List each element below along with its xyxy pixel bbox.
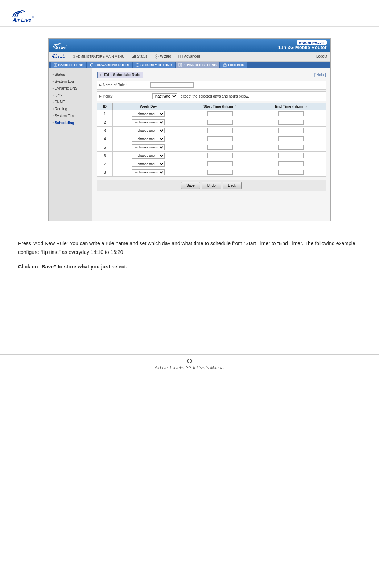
router-logo-icon: Air Live ® xyxy=(53,41,69,49)
table-row: 7-- choose one --MondayTuesdayWednesdayT… xyxy=(97,160,326,168)
table-row: 3-- choose one --MondayTuesdayWednesdayT… xyxy=(97,127,326,135)
nav-logout[interactable]: Logout xyxy=(316,54,327,58)
end-time-input-8[interactable] xyxy=(278,170,304,175)
row-weekday-6[interactable]: -- choose one --MondayTuesdayWednesdayTh… xyxy=(113,152,184,160)
router-ui: Air Live ® www.airlive.com 11n 3G Mobile… xyxy=(48,38,331,221)
end-time-input-5[interactable] xyxy=(278,145,304,150)
row-weekday-4[interactable]: -- choose one --MondayTuesdayWednesdayTh… xyxy=(113,135,184,143)
weekday-select-6[interactable]: -- choose one --MondayTuesdayWednesdayTh… xyxy=(132,153,165,159)
row-end-1[interactable] xyxy=(256,110,326,118)
basic-setting-icon xyxy=(54,63,57,67)
start-time-input-3[interactable] xyxy=(207,128,233,133)
start-time-input-6[interactable] xyxy=(207,153,233,158)
row-id-3: 3 xyxy=(97,127,113,135)
row-start-8[interactable] xyxy=(184,168,256,177)
row-weekday-7[interactable]: -- choose one --MondayTuesdayWednesdayTh… xyxy=(113,160,184,168)
row-end-3[interactable] xyxy=(256,127,326,135)
svg-rect-6 xyxy=(132,57,133,58)
sidebar-item-snmp[interactable]: SNMP xyxy=(49,99,92,106)
tab-toolbox[interactable]: TOOLBOX xyxy=(220,62,247,68)
row-id-1: 1 xyxy=(97,110,113,118)
end-time-input-1[interactable] xyxy=(278,111,304,116)
row-end-4[interactable] xyxy=(256,135,326,143)
weekday-select-3[interactable]: -- choose one --MondayTuesdayWednesdayTh… xyxy=(132,128,165,133)
sidebar-item-qos[interactable]: QoS xyxy=(49,92,92,99)
row-start-5[interactable] xyxy=(184,143,256,152)
row-start-2[interactable] xyxy=(184,118,256,127)
weekday-select-8[interactable]: -- choose one --MondayTuesdayWednesdayTh… xyxy=(132,169,165,175)
sidebar-item-dynamic-dns[interactable]: Dynamic DNS xyxy=(49,85,92,92)
svg-rect-19 xyxy=(223,65,226,66)
row-weekday-5[interactable]: -- choose one --MondayTuesdayWednesdayTh… xyxy=(113,143,184,152)
tab-basic-setting[interactable]: BASIC SETTING xyxy=(51,62,87,68)
start-time-input-2[interactable] xyxy=(207,120,233,125)
row-id-4: 4 xyxy=(97,135,113,143)
name-of-rule-input[interactable] xyxy=(150,82,194,88)
svg-text:®: ® xyxy=(63,54,64,57)
row-id-2: 2 xyxy=(97,118,113,127)
end-time-input-3[interactable] xyxy=(278,128,304,133)
row-end-6[interactable] xyxy=(256,152,326,160)
row-start-3[interactable] xyxy=(184,127,256,135)
row-weekday-8[interactable]: -- choose one --MondayTuesdayWednesdayTh… xyxy=(113,168,184,177)
save-button[interactable]: Save xyxy=(181,182,200,189)
svg-rect-17 xyxy=(179,63,180,66)
svg-rect-12 xyxy=(181,55,182,58)
advanced-icon xyxy=(178,54,183,59)
sidebar-item-system-time[interactable]: System Time xyxy=(49,112,92,119)
start-time-input-7[interactable] xyxy=(207,161,233,166)
row-weekday-1[interactable]: -- choose one --MondayTuesdayWednesdayTh… xyxy=(113,110,184,118)
svg-text:Air Live: Air Live xyxy=(53,46,66,49)
undo-button[interactable]: Undo xyxy=(202,182,221,189)
nav-advanced[interactable]: Advanced xyxy=(178,54,200,59)
weekday-select-1[interactable]: -- choose one --MondayTuesdayWednesdayTh… xyxy=(132,111,165,117)
sidebar-item-scheduling[interactable]: Scheduling xyxy=(49,119,92,126)
sidebar-item-status[interactable]: Status xyxy=(49,71,92,78)
weekday-select-2[interactable]: -- choose one --MondayTuesdayWednesdayTh… xyxy=(132,119,165,125)
end-time-input-4[interactable] xyxy=(278,136,304,141)
section-title: □ Edit Schedule Rule xyxy=(97,72,143,78)
row-id-8: 8 xyxy=(97,168,113,177)
weekday-select-5[interactable]: -- choose one --MondayTuesdayWednesdayTh… xyxy=(132,144,165,150)
router-body: Status System Log Dynamic DNS QoS SNMP R… xyxy=(49,68,330,221)
router-logo-small: Air Live ® xyxy=(53,41,69,49)
row-end-8[interactable] xyxy=(256,168,326,177)
row-end-5[interactable] xyxy=(256,143,326,152)
row-start-1[interactable] xyxy=(184,110,256,118)
sidebar-item-system-log[interactable]: System Log xyxy=(49,78,92,85)
router-tabs: BASIC SETTING FORWARDING RULES SECURITY … xyxy=(49,62,330,68)
row-end-7[interactable] xyxy=(256,160,326,168)
tab-security-setting[interactable]: SECURITY SETTING xyxy=(133,62,175,68)
tab-advanced-setting[interactable]: ADVANCED SETTING xyxy=(176,62,219,68)
nav-status[interactable]: Status xyxy=(132,54,147,59)
svg-rect-13 xyxy=(54,63,57,66)
advanced-setting-icon xyxy=(178,63,182,67)
end-time-input-7[interactable] xyxy=(278,161,304,166)
row-weekday-2[interactable]: -- choose one --MondayTuesdayWednesdayTh… xyxy=(113,118,184,127)
sidebar-item-routing[interactable]: Routing xyxy=(49,106,92,112)
nav-logo: Air Live ® xyxy=(52,53,66,60)
help-link[interactable]: [ Help ] xyxy=(314,73,326,77)
weekday-select-4[interactable]: -- choose one --MondayTuesdayWednesdayTh… xyxy=(132,136,165,142)
row-end-2[interactable] xyxy=(256,118,326,127)
row-start-7[interactable] xyxy=(184,160,256,168)
start-time-input-5[interactable] xyxy=(207,145,233,150)
end-time-input-6[interactable] xyxy=(278,153,304,158)
back-button[interactable]: Back xyxy=(223,182,242,189)
start-time-input-4[interactable] xyxy=(207,136,233,141)
svg-rect-9 xyxy=(135,55,136,58)
start-time-input-8[interactable] xyxy=(207,170,233,175)
policy-select[interactable]: Inactivate xyxy=(152,93,177,99)
router-navbar: Air Live ® □ ADMINISTRATOR's MAIN MENU S… xyxy=(49,52,330,62)
svg-text:®: ® xyxy=(66,45,67,47)
row-weekday-3[interactable]: -- choose one --MondayTuesdayWednesdayTh… xyxy=(113,127,184,135)
url-badge: www.airlive.com xyxy=(297,40,326,45)
row-start-6[interactable] xyxy=(184,152,256,160)
col-end-time: End Time (hh:mm) xyxy=(256,103,326,110)
weekday-select-7[interactable]: -- choose one --MondayTuesdayWednesdayTh… xyxy=(132,161,165,167)
end-time-input-2[interactable] xyxy=(278,120,304,125)
row-start-4[interactable] xyxy=(184,135,256,143)
tab-forwarding-rules[interactable]: FORWARDING RULES xyxy=(87,62,132,68)
nav-wizard[interactable]: Wizard xyxy=(155,54,171,59)
start-time-input-1[interactable] xyxy=(207,111,233,116)
